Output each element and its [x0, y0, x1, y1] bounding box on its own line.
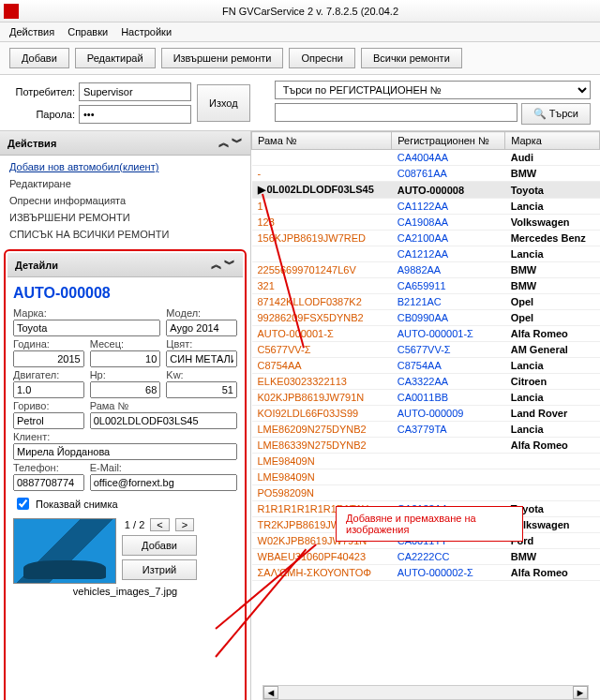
- add-button[interactable]: Добави: [9, 48, 69, 68]
- table-row[interactable]: CA4004AAAudi: [252, 150, 600, 166]
- table-row[interactable]: 99286209FSX5DYNB2CB0990AAOpel: [252, 310, 600, 326]
- user-label: Потребител:: [9, 86, 75, 97]
- table-row[interactable]: ΣΑΛ'ΩΜΗ-ΣΚΟΥΟΝΤΟΦAUTO-000002-ΣAlfa Romeo: [252, 565, 600, 581]
- col-make[interactable]: Марка: [505, 132, 600, 150]
- menu-help[interactable]: Справки: [68, 26, 108, 37]
- table-row[interactable]: CA1212AALancia: [252, 246, 600, 262]
- menu-settings[interactable]: Настройки: [121, 26, 172, 37]
- annotation-callout: Добавяне и премахване на изображения: [336, 506, 523, 542]
- table-row[interactable]: C8754AAC8754AALancia: [252, 358, 600, 374]
- table-row[interactable]: -C08761AABMW: [252, 166, 600, 182]
- add-image-button[interactable]: Добави: [122, 535, 197, 556]
- table-row[interactable]: ELKE03023322113CA3322AACitroen: [252, 374, 600, 390]
- done-repairs-button[interactable]: Извършени ремонти: [161, 48, 284, 68]
- delete-image-button[interactable]: Изтрий: [122, 559, 197, 580]
- color-input[interactable]: [166, 350, 237, 367]
- year-input[interactable]: [13, 350, 84, 367]
- login-row: Потребител: Парола: Изход Търси по РЕГИС…: [0, 75, 600, 131]
- next-image-button[interactable]: >: [175, 518, 194, 531]
- col-vin[interactable]: Рама №: [252, 132, 392, 150]
- expand-down-icon[interactable]: ︾: [224, 257, 235, 273]
- prev-image-button[interactable]: <: [150, 518, 169, 531]
- fuel-input[interactable]: [13, 412, 84, 429]
- action-item[interactable]: Добави нов автомобил(клиент): [9, 161, 241, 172]
- title-bar: FN GVCarService 2 v. 7.8.2.5 (20.04.2: [0, 0, 600, 22]
- table-row[interactable]: 87142KLLODF0387K2B2121ACOpel: [252, 294, 600, 310]
- window-title: FN GVCarService 2 v. 7.8.2.5 (20.04.2: [24, 6, 596, 17]
- scroll-right-icon[interactable]: ►: [573, 686, 588, 699]
- table-row[interactable]: LME86339N275DYNB2Alfa Romeo: [252, 438, 600, 454]
- show-image-checkbox[interactable]: [17, 498, 29, 510]
- image-pager: 1 / 2: [125, 519, 144, 530]
- engine-input[interactable]: [13, 381, 84, 398]
- edit-button[interactable]: Редактирай: [75, 48, 156, 68]
- action-item[interactable]: ИЗВЪРШЕНИ РЕМОНТИ: [9, 212, 241, 223]
- menu-actions[interactable]: Действия: [9, 26, 54, 37]
- search-input[interactable]: [275, 103, 518, 122]
- vehicle-grid[interactable]: Рама № Регистрационен № Марка CA4004AAAu…: [251, 131, 600, 700]
- table-row[interactable]: AUTO-000001-ΣAUTO-000001-ΣAlfa Romeo: [252, 326, 600, 342]
- table-row[interactable]: 1CA1122AALancia: [252, 199, 600, 215]
- table-row[interactable]: LME98409N: [252, 469, 600, 485]
- menu-bar: Действия Справки Настройки: [0, 22, 600, 42]
- table-row[interactable]: 22556699701247L6VA9882AABMW: [252, 262, 600, 278]
- toolbar: Добави Редактирай Извършени ремонти Опре…: [0, 42, 600, 75]
- table-row[interactable]: LME98409N: [252, 454, 600, 469]
- email-input[interactable]: [90, 474, 237, 491]
- pass-label: Парола:: [9, 109, 75, 120]
- action-item[interactable]: СПИСЪК НА ВСИЧКИ РЕМОНТИ: [9, 229, 241, 240]
- model-input[interactable]: [166, 320, 237, 336]
- table-row[interactable]: 321CA659911BMW: [252, 278, 600, 294]
- phone-input[interactable]: [13, 474, 84, 491]
- table-row[interactable]: 156KJPB8619JW7REDCA2100AAMercedes Benz: [252, 231, 600, 246]
- image-filename: vehicles_images_7.jpg: [13, 584, 237, 599]
- search-by-select[interactable]: Търси по РЕГИСТРАЦИОНЕН №: [275, 81, 591, 99]
- horizontal-scrollbar[interactable]: ◄ ►: [262, 685, 589, 700]
- action-item[interactable]: Опресни информацията: [9, 195, 241, 206]
- user-input[interactable]: [79, 82, 191, 101]
- table-row[interactable]: K02KJPB8619JW791NCA0011BBLancia: [252, 390, 600, 406]
- actions-header: Действия ︽ ︾: [0, 131, 250, 156]
- hp-input[interactable]: [90, 381, 161, 398]
- month-input[interactable]: [90, 350, 161, 367]
- client-input[interactable]: [13, 443, 237, 460]
- make-input[interactable]: [13, 320, 160, 336]
- expand-down-icon[interactable]: ︾: [232, 135, 243, 151]
- details-reg: AUTO-000008: [13, 283, 237, 307]
- table-row[interactable]: 123CA1908AAVolkswagen: [252, 215, 600, 231]
- actions-list: Добави нов автомобил(клиент)РедактиранеО…: [0, 156, 250, 246]
- scroll-left-icon[interactable]: ◄: [263, 686, 278, 699]
- exit-button[interactable]: Изход: [197, 84, 250, 122]
- vin-input[interactable]: [90, 412, 237, 429]
- app-icon: [4, 4, 19, 19]
- all-repairs-button[interactable]: Всички ремонти: [361, 48, 462, 68]
- collapse-up-icon[interactable]: ︽: [211, 257, 222, 273]
- table-row[interactable]: 0L002LDLODF03LS45AUTO-000008Toyota: [252, 182, 600, 199]
- col-reg[interactable]: Регистрационен №: [392, 132, 505, 150]
- collapse-up-icon[interactable]: ︽: [218, 135, 230, 151]
- pass-input[interactable]: [79, 105, 191, 124]
- table-row[interactable]: KOI92LDL66F03JS99AUTO-000009Land Rover: [252, 406, 600, 422]
- search-button[interactable]: 🔍 Търси: [521, 103, 591, 125]
- kw-input[interactable]: [166, 381, 237, 398]
- vehicle-image: [13, 518, 116, 584]
- action-item[interactable]: Редактиране: [9, 178, 241, 189]
- table-row[interactable]: LME86209N275DYNB2CA3779TALancia: [252, 422, 600, 438]
- refresh-button[interactable]: Опресни: [289, 48, 354, 68]
- details-header: Детайли ︽ ︾: [8, 253, 243, 277]
- table-row[interactable]: PO598209N: [252, 485, 600, 501]
